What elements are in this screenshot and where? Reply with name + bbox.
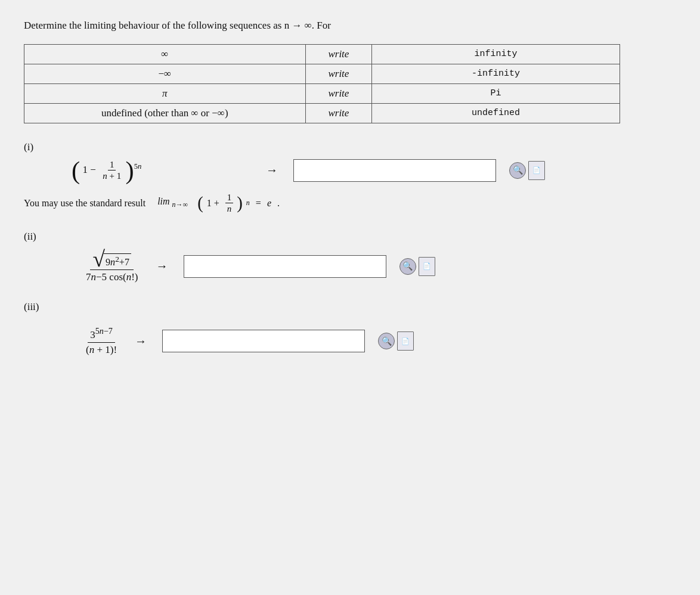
- intro-text: Determine the limiting behaviour of the …: [24, 18, 676, 33]
- arrow-ii: →: [156, 259, 168, 273]
- part-i-formula: ( 1 − 1 n + 1 )5n: [72, 160, 250, 181]
- part-ii-label: (ii): [24, 231, 676, 243]
- search-icon-iii[interactable]: 🔍: [378, 333, 395, 349]
- frac-i: 1 n + 1: [101, 160, 123, 181]
- part-iii-den: (n + 1)!: [83, 343, 119, 357]
- answer-input-iii[interactable]: [162, 330, 365, 352]
- part-i-label: (i): [24, 141, 676, 153]
- part-iii-formula: 35n−7 (n + 1)!: [83, 325, 119, 357]
- write-label-4: write: [305, 103, 372, 123]
- frac-i-num: 1: [108, 160, 116, 171]
- reference-table: ∞ write infinity −∞ write -infinity π wr…: [24, 44, 620, 123]
- search-icon-ii[interactable]: 🔍: [399, 258, 416, 275]
- arrow-iii: →: [135, 334, 147, 348]
- arrow-i: →: [266, 163, 278, 177]
- part-ii-den: 7n−5 cos(n!): [83, 270, 141, 284]
- part-iii-expression-row: 35n−7 (n + 1)! → 🔍 📄: [83, 325, 676, 357]
- icon-group-i: 🔍 📄: [509, 161, 545, 180]
- hint-paren-left: (: [197, 196, 203, 211]
- icon-group-iii: 🔍 📄: [378, 331, 414, 351]
- write-label-3: write: [305, 83, 372, 103]
- sqrt-radical: √: [92, 250, 105, 269]
- right-paren-i: ): [125, 156, 134, 184]
- search-icon-i[interactable]: 🔍: [509, 162, 526, 179]
- part-ii-formula: √ 9n2+7 7n−5 cos(n!): [83, 249, 141, 285]
- answer-input-ii[interactable]: [184, 255, 386, 278]
- copy-icon-ii[interactable]: 📄: [419, 257, 435, 276]
- hint-paren-right: ): [237, 196, 243, 211]
- value-pi: Pi: [372, 83, 620, 103]
- hint-exp: n: [246, 199, 250, 207]
- sqrt-wrapper: √ 9n2+7: [92, 250, 131, 269]
- sqrt-content: 9n2+7: [104, 253, 131, 268]
- copy-icon-i[interactable]: 📄: [528, 161, 545, 180]
- hint-frac-den: n: [225, 203, 234, 214]
- frac-i-den: n + 1: [101, 171, 123, 181]
- table-row: undefined (other than ∞ or −∞) write und…: [24, 103, 620, 123]
- symbol-neg-infinity: −∞: [24, 64, 306, 83]
- write-label-2: write: [305, 64, 372, 83]
- hint-frac: 1 n: [225, 193, 234, 214]
- left-paren-i: (: [72, 156, 80, 184]
- hint-frac-num: 1: [225, 193, 234, 204]
- exponent-i: 5n: [134, 162, 142, 171]
- icon-group-ii: 🔍 📄: [399, 257, 435, 276]
- write-label-1: write: [305, 44, 372, 64]
- value-neg-infinity: -infinity: [372, 64, 620, 83]
- limit-notation: lim n→∞: [157, 196, 188, 209]
- symbol-pi: π: [24, 83, 306, 103]
- part-ii-num: √ 9n2+7: [90, 249, 134, 271]
- table-row: −∞ write -infinity: [24, 64, 620, 83]
- standard-result-hint: You may use the standard result lim n→∞ …: [24, 193, 676, 214]
- copy-icon-iii[interactable]: 📄: [397, 331, 414, 351]
- part-iii-label: (iii): [24, 301, 676, 313]
- part-ii-expression-row: √ 9n2+7 7n−5 cos(n!) → 🔍 📄: [83, 249, 676, 285]
- value-undefined: undefined: [372, 103, 620, 123]
- limit-subscript: n→∞: [172, 201, 188, 209]
- table-row: ∞ write infinity: [24, 44, 620, 64]
- table-row: π write Pi: [24, 83, 620, 103]
- symbol-infinity: ∞: [24, 44, 306, 64]
- hint-text: You may use the standard result: [24, 198, 145, 209]
- answer-input-i[interactable]: [293, 159, 496, 182]
- symbol-undefined: undefined (other than ∞ or −∞): [24, 103, 306, 123]
- part-iii-num: 35n−7: [88, 325, 115, 343]
- part-i-expression-row: ( 1 − 1 n + 1 )5n → 🔍 📄: [72, 159, 676, 182]
- value-infinity: infinity: [372, 44, 620, 64]
